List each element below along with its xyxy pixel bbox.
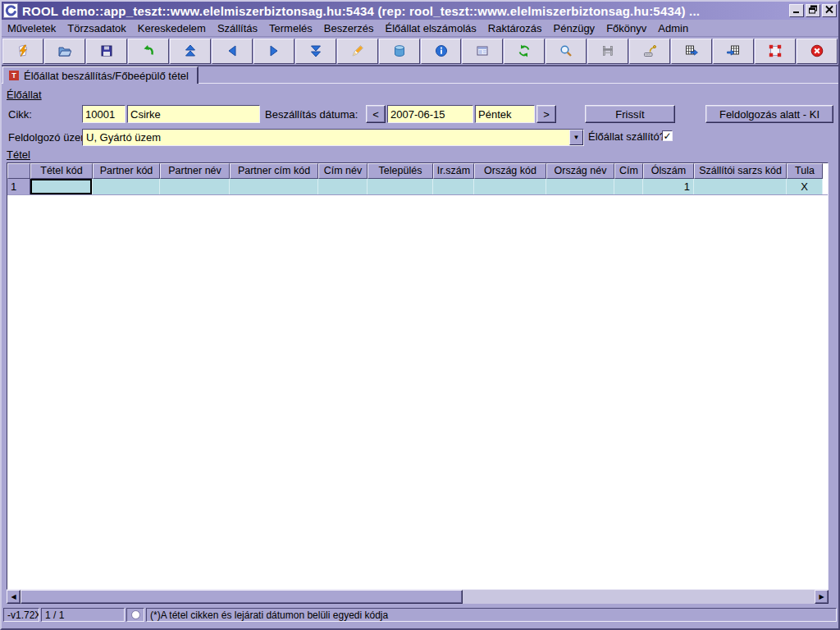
grid-column-header[interactable]: Ir.szám xyxy=(433,163,474,179)
export-grid-icon xyxy=(685,44,698,57)
grid-column-header[interactable]: Tula xyxy=(787,163,823,179)
grid-horizontal-scrollbar[interactable]: ◀ ▶ xyxy=(7,590,829,604)
grid-cell[interactable] xyxy=(546,179,614,194)
row-number-cell[interactable]: 1 xyxy=(7,179,30,194)
execute-icon xyxy=(16,44,30,57)
restore-button[interactable] xyxy=(806,4,820,17)
search-button[interactable] xyxy=(546,39,587,64)
refresh-button[interactable]: Frissít xyxy=(585,105,675,123)
day-input[interactable] xyxy=(475,105,535,123)
send-icon xyxy=(643,44,656,57)
date-next-button[interactable]: > xyxy=(536,105,556,123)
menu-item-10[interactable]: Admin xyxy=(652,21,694,36)
menu-item-8[interactable]: Pénzügy xyxy=(548,21,601,36)
grid-column-header[interactable]: Cím xyxy=(614,163,643,179)
scroll-left-button[interactable]: ◀ xyxy=(7,590,21,604)
grid-corner-cell xyxy=(7,163,30,179)
edit-button[interactable] xyxy=(337,39,378,64)
last-button[interactable] xyxy=(295,39,336,64)
scroll-right-button[interactable]: ▶ xyxy=(815,590,829,604)
grid-cell[interactable]: 1 xyxy=(643,179,694,194)
first-button[interactable] xyxy=(170,39,211,64)
import-grid-button[interactable] xyxy=(713,39,754,64)
menu-item-9[interactable]: Főkönyv xyxy=(600,21,652,36)
app-window: ROOL demo::app_teszt::www.elelmiszerbizt… xyxy=(0,0,840,630)
select-region-button[interactable] xyxy=(755,39,796,64)
form-button[interactable] xyxy=(462,39,503,64)
tab-t-icon: T xyxy=(9,71,19,80)
grid-column-header[interactable]: Település xyxy=(368,163,433,179)
grid-cell[interactable] xyxy=(368,179,433,194)
menu-bar: MűveletekTörzsadatokKereskedelemSzállítá… xyxy=(2,20,838,36)
execute-button[interactable] xyxy=(2,39,43,64)
menu-item-5[interactable]: Beszerzés xyxy=(318,21,380,36)
send-button[interactable] xyxy=(629,39,670,64)
grid-cell[interactable] xyxy=(474,179,546,194)
save-icon xyxy=(100,44,113,57)
grid-cell[interactable] xyxy=(160,179,230,194)
minimize-button[interactable] xyxy=(789,4,804,17)
processing-toggle-button[interactable]: Feldolgozás alatt - KI xyxy=(705,105,833,123)
menu-item-2[interactable]: Kereskedelem xyxy=(132,21,212,36)
exit-icon xyxy=(810,44,824,57)
undo-button[interactable] xyxy=(128,39,169,64)
title-bar: ROOL demo::app_teszt::www.elelmiszerbizt… xyxy=(2,2,838,20)
grid-cell[interactable] xyxy=(30,179,93,194)
grid-cell[interactable] xyxy=(694,179,787,194)
supplier-checkbox[interactable]: ✓ xyxy=(662,130,673,141)
grid-column-header[interactable]: Partner név xyxy=(160,163,230,179)
grid-column-header[interactable]: Partner kód xyxy=(93,163,160,179)
grid-column-header[interactable]: Cím név xyxy=(318,163,368,179)
menu-item-3[interactable]: Szállítás xyxy=(212,21,263,36)
grid-cell[interactable] xyxy=(318,179,368,194)
status-hint: (*)A tétel cikken és lejárati dátumon be… xyxy=(146,608,837,622)
grid-column-header[interactable]: Szállítói sarzs kód xyxy=(694,163,787,179)
status-record-position: 1 / 1 xyxy=(41,608,125,622)
grid-body: 11X xyxy=(7,179,828,195)
preview-icon xyxy=(601,44,614,57)
menu-item-1[interactable]: Törzsadatok xyxy=(62,21,132,36)
menu-item-4[interactable]: Termelés xyxy=(263,21,318,36)
date-input[interactable] xyxy=(387,105,473,123)
save-button[interactable] xyxy=(86,39,127,64)
cikk-code-input[interactable] xyxy=(82,105,126,123)
grid-column-header[interactable]: Ország név xyxy=(546,163,614,179)
export-grid-button[interactable] xyxy=(671,39,712,64)
refresh-button[interactable] xyxy=(504,39,545,64)
exit-button[interactable] xyxy=(797,39,838,64)
grid-column-header[interactable]: Partner cím kód xyxy=(230,163,318,179)
date-prev-button[interactable]: < xyxy=(366,105,386,123)
grid-column-header[interactable]: Ország kód xyxy=(474,163,546,179)
menu-item-7[interactable]: Raktározás xyxy=(482,21,548,36)
close-button[interactable] xyxy=(822,4,837,17)
next-icon xyxy=(267,44,281,57)
grid-cell[interactable] xyxy=(93,179,160,194)
tab-label: Élőállat beszállítás/Főbeépülő tétel xyxy=(24,70,189,82)
menu-item-6[interactable]: Élőállat elszámolás xyxy=(380,21,482,36)
last-icon xyxy=(309,44,322,57)
scrollbar-thumb[interactable] xyxy=(21,590,463,604)
plant-combobox[interactable]: U, Gyártó üzem ▼ xyxy=(82,129,584,146)
status-indicator-panel xyxy=(126,608,144,622)
tab-elooallat-beszallitas[interactable]: T Élőállat beszállítás/Főbeépülő tétel xyxy=(2,66,199,84)
info-button[interactable] xyxy=(421,39,462,64)
database-button[interactable] xyxy=(379,39,420,64)
open-button[interactable] xyxy=(44,39,85,64)
previous-button[interactable] xyxy=(212,39,253,64)
grid-column-header[interactable]: Ólszám xyxy=(643,163,694,179)
cikk-name-input[interactable] xyxy=(127,105,260,123)
grid-column-header[interactable]: Tétel kód xyxy=(30,163,93,179)
menu-item-0[interactable]: Műveletek xyxy=(2,21,62,36)
restore-icon xyxy=(807,4,819,17)
grid-cell[interactable] xyxy=(614,179,643,194)
search-icon xyxy=(559,44,573,57)
grid-cell[interactable] xyxy=(433,179,474,194)
status-indicator-icon xyxy=(131,610,140,619)
grid-cell[interactable] xyxy=(230,179,318,194)
grid-cell[interactable]: X xyxy=(787,179,823,194)
plant-value: U, Gyártó üzem xyxy=(83,130,569,145)
preview-button[interactable] xyxy=(587,39,628,64)
next-button[interactable] xyxy=(253,39,294,64)
plant-dropdown-button[interactable]: ▼ xyxy=(569,130,583,145)
close-icon xyxy=(824,4,835,17)
